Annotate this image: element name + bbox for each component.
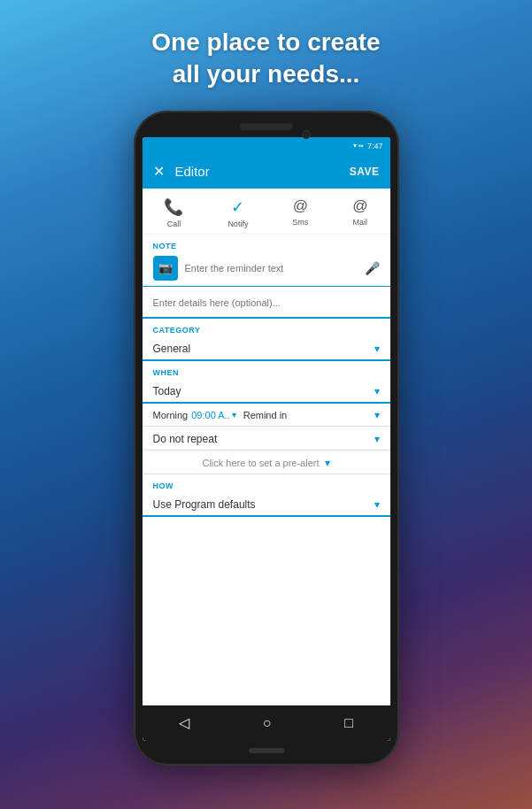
pre-alert-text: Click here to set a pre-alert xyxy=(202,458,319,468)
phone-device: ▾ ▪▪ 7:47 ✕ Editor SAVE 📞 Call ✓ Notify … xyxy=(134,111,399,766)
category-value: General xyxy=(153,343,374,355)
mail-icon: @ xyxy=(352,197,367,215)
time-row[interactable]: Morning 09:00 A.. ▾ Remind in ▾ xyxy=(143,404,390,427)
camera-button[interactable]: 📷 xyxy=(153,256,178,281)
date-chevron-icon: ▾ xyxy=(374,385,380,397)
action-sms[interactable]: @ Sms xyxy=(292,197,308,228)
sms-icon: @ xyxy=(293,197,308,215)
time-value: 09:00 A.. xyxy=(191,410,229,420)
remind-chevron-icon: ▾ xyxy=(374,409,380,421)
how-section-label: HOW xyxy=(143,474,390,492)
details-input[interactable] xyxy=(153,297,380,308)
phone-home-btn xyxy=(249,748,284,753)
pre-alert-chevron-icon: ▾ xyxy=(325,457,330,469)
close-button[interactable]: ✕ xyxy=(153,163,165,180)
how-value: Use Program defaults xyxy=(153,498,374,511)
action-notify[interactable]: ✓ Notify xyxy=(227,197,248,228)
details-row xyxy=(143,287,390,319)
editor-title: Editor xyxy=(175,164,350,179)
action-call[interactable]: 📞 Call xyxy=(164,197,183,228)
recents-button[interactable]: □ xyxy=(344,715,353,731)
status-bar: ▾ ▪▪ 7:47 xyxy=(143,137,390,155)
category-section-label: CATEGORY xyxy=(143,319,390,336)
note-input[interactable] xyxy=(185,263,358,274)
mail-label: Mail xyxy=(353,218,368,227)
mic-icon[interactable]: 🎤 xyxy=(365,261,380,275)
category-row[interactable]: General ▾ xyxy=(143,336,390,361)
category-chevron-icon: ▾ xyxy=(374,343,380,355)
date-row[interactable]: Today ▾ xyxy=(143,379,390,404)
how-chevron-icon: ▾ xyxy=(374,498,380,511)
call-label: Call xyxy=(167,220,181,228)
phone-camera xyxy=(302,130,311,139)
remind-in-label: Remind in xyxy=(243,410,374,420)
notify-label: Notify xyxy=(227,220,248,228)
pre-alert-row[interactable]: Click here to set a pre-alert ▾ xyxy=(143,451,390,474)
status-time: 7:47 xyxy=(367,142,383,150)
action-row: 📞 Call ✓ Notify @ Sms @ Mail xyxy=(143,189,390,235)
repeat-chevron-icon: ▾ xyxy=(374,433,380,445)
bottom-nav: ◁ ○ □ xyxy=(143,705,390,741)
phone-screen: ▾ ▪▪ 7:47 ✕ Editor SAVE 📞 Call ✓ Notify … xyxy=(143,137,390,741)
sms-label: Sms xyxy=(292,218,308,227)
time-chevron-icon: ▾ xyxy=(232,410,236,420)
date-value: Today xyxy=(153,385,374,397)
headline: One place to create all your needs... xyxy=(151,27,380,91)
note-row: 📷 🎤 xyxy=(143,252,390,287)
repeat-row[interactable]: Do not repeat ▾ xyxy=(143,427,390,451)
note-section-label: NOTE xyxy=(143,235,390,252)
back-button[interactable]: ◁ xyxy=(179,714,189,731)
camera-icon: 📷 xyxy=(158,261,173,274)
repeat-value: Do not repeat xyxy=(153,433,374,445)
time-of-day: Morning xyxy=(153,410,189,420)
save-button[interactable]: SAVE xyxy=(350,166,380,178)
status-icons: ▾ ▪▪ xyxy=(353,142,364,150)
phone-speaker xyxy=(240,123,293,130)
top-bar: ✕ Editor SAVE xyxy=(143,155,390,189)
content-area: NOTE 📷 🎤 CATEGORY General ▾ WHEN Today xyxy=(143,235,390,705)
how-row[interactable]: Use Program defaults ▾ xyxy=(143,492,390,517)
home-button[interactable]: ○ xyxy=(263,715,272,731)
notify-icon: ✓ xyxy=(231,197,244,217)
action-mail[interactable]: @ Mail xyxy=(352,197,367,228)
call-icon: 📞 xyxy=(164,197,183,217)
when-section-label: WHEN xyxy=(143,361,390,379)
